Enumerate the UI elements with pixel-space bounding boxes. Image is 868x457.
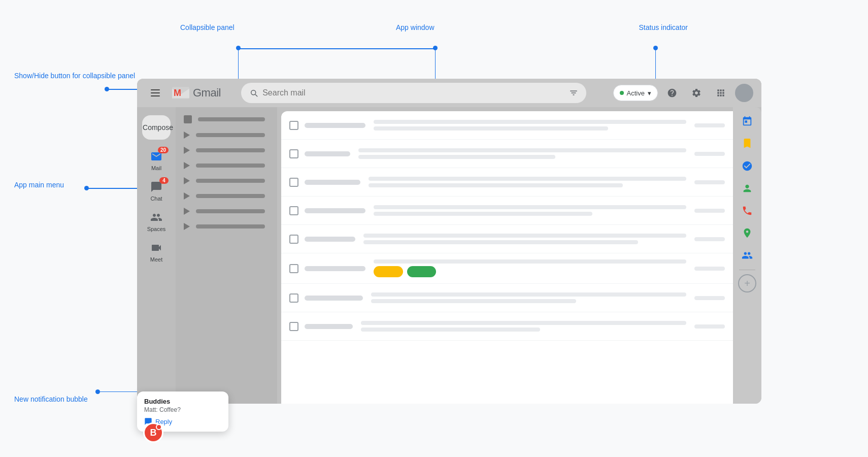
panel-item-3[interactable] — [176, 143, 273, 158]
email-checkbox[interactable] — [289, 121, 298, 130]
panel-item-7[interactable] — [176, 204, 273, 219]
email-checkbox[interactable] — [289, 178, 298, 187]
compose-label: Compose — [143, 123, 173, 132]
panel-item-8[interactable] — [176, 219, 273, 234]
gmail-logo: M Gmail — [172, 86, 221, 100]
search-filter-icon[interactable] — [569, 88, 578, 97]
email-checkbox[interactable] — [289, 322, 298, 331]
email-content — [305, 292, 725, 303]
annotation-line-appwindow — [435, 48, 436, 80]
collapsible-panel — [176, 107, 277, 404]
panel-play-4 — [184, 162, 190, 169]
email-preview-line — [361, 328, 540, 332]
email-list — [281, 111, 733, 404]
email-row[interactable] — [281, 284, 733, 312]
email-body — [358, 148, 686, 159]
plus-icon: + — [744, 278, 750, 289]
sidebar-add-button[interactable]: + — [738, 274, 756, 292]
email-row-with-tags[interactable] — [281, 253, 733, 284]
email-preview-line — [363, 240, 638, 244]
panel-play-6 — [184, 192, 190, 200]
email-row[interactable] — [281, 312, 733, 341]
email-subject-line — [371, 292, 686, 297]
email-checkbox[interactable] — [289, 264, 298, 273]
email-sender — [305, 296, 363, 301]
email-preview-line — [371, 299, 576, 303]
notification-avatar[interactable]: B — [143, 422, 163, 443]
sidebar-contacts-button[interactable] — [737, 178, 757, 199]
search-input[interactable] — [262, 88, 565, 98]
email-sender — [305, 180, 360, 185]
sidebar-maps-button[interactable] — [737, 223, 757, 243]
panel-play-8 — [184, 223, 190, 230]
compose-button[interactable]: Compose — [142, 115, 171, 140]
panel-item-5[interactable] — [176, 173, 273, 188]
spaces-icon-wrap — [146, 210, 166, 225]
email-subject-line — [374, 259, 686, 264]
user-avatar[interactable] — [735, 84, 753, 102]
svg-text:M: M — [174, 88, 181, 98]
email-row[interactable] — [281, 140, 733, 168]
panel-item-2[interactable] — [176, 127, 273, 143]
app-window: M Gmail Active ▾ — [137, 79, 761, 404]
email-sender — [305, 324, 353, 329]
email-body — [374, 259, 686, 277]
apps-button[interactable] — [711, 83, 731, 103]
email-date — [694, 180, 725, 184]
email-row[interactable] — [281, 168, 733, 197]
email-checkbox[interactable] — [289, 235, 298, 244]
notification-message: Matt: Coffee? — [144, 406, 221, 413]
meet-label: Meet — [150, 256, 162, 263]
hamburger-button[interactable] — [145, 83, 165, 103]
top-bar: M Gmail Active ▾ — [137, 79, 761, 107]
sidebar-tasks-button[interactable] — [737, 156, 757, 176]
panel-line-4 — [196, 164, 265, 168]
meet-icon-wrap — [146, 240, 166, 255]
annotation-dot-status — [653, 46, 658, 50]
nav-item-chat[interactable]: 4 Chat — [140, 176, 173, 205]
email-checkbox[interactable] — [289, 206, 298, 215]
panel-line-5 — [196, 179, 265, 183]
mail-badge: 20 — [158, 147, 169, 153]
settings-button[interactable] — [686, 83, 707, 103]
email-row[interactable] — [281, 225, 733, 253]
settings-icon — [691, 88, 702, 98]
panel-play-3 — [184, 147, 190, 154]
help-button[interactable] — [662, 83, 682, 103]
email-checkbox[interactable] — [289, 293, 298, 303]
email-body — [374, 120, 686, 130]
search-icon — [249, 88, 258, 97]
email-body — [369, 177, 686, 187]
panel-item-4[interactable] — [176, 158, 273, 173]
notification-sender: Buddies — [144, 398, 221, 405]
nav-item-meet[interactable]: Meet — [140, 237, 173, 266]
nav-item-spaces[interactable]: Spaces — [140, 207, 173, 235]
panel-item-6[interactable] — [176, 188, 273, 204]
nav-item-mail[interactable]: 20 Mail — [140, 146, 173, 174]
annotation-status-indicator: Status indicator — [639, 23, 688, 32]
sidebar-keep-button[interactable] — [737, 134, 757, 154]
email-date — [694, 237, 725, 241]
panel-line-7 — [196, 209, 265, 213]
email-preview-line — [358, 155, 555, 159]
calendar-icon — [742, 116, 753, 127]
email-tags — [374, 266, 686, 277]
tag-green — [407, 266, 437, 277]
email-row[interactable] — [281, 111, 733, 140]
sidebar-calendar-button[interactable] — [737, 111, 757, 132]
email-sender — [305, 151, 350, 156]
email-date — [694, 267, 725, 271]
sidebar-team-button[interactable] — [737, 245, 757, 266]
email-subject-line — [363, 234, 686, 238]
mail-icon-wrap: 20 — [146, 149, 166, 164]
search-bar[interactable] — [241, 83, 586, 103]
email-row[interactable] — [281, 197, 733, 225]
panel-item-1[interactable] — [176, 111, 273, 127]
sidebar-meet-button[interactable] — [737, 201, 757, 221]
gmail-label: Gmail — [193, 86, 221, 100]
annotation-line-status — [655, 48, 656, 80]
email-checkbox[interactable] — [289, 149, 298, 158]
status-button[interactable]: Active ▾ — [613, 85, 658, 101]
annotation-line-notif — [97, 391, 138, 393]
spaces-label: Spaces — [147, 226, 166, 232]
